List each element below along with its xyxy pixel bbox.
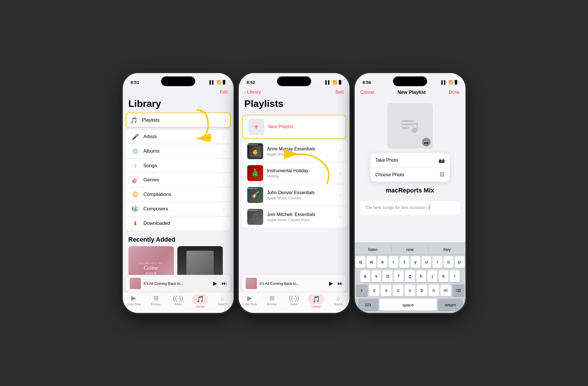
kb-shift[interactable]: ⇧: [356, 285, 368, 296]
kb-suggestion-they[interactable]: they: [429, 246, 465, 253]
choose-photo-icon: 🖼: [440, 172, 445, 178]
library-item-songs[interactable]: ♪ Songs ›: [126, 159, 230, 173]
edit-button[interactable]: Edit: [220, 90, 228, 95]
kb-o[interactable]: o: [444, 256, 453, 268]
phone-1: 8:51 ▌▌ 📶 ▉ Edit Library 🎵 Playlists ›: [123, 73, 234, 313]
kb-h[interactable]: h: [416, 270, 426, 282]
forward-button-2[interactable]: ⏭: [338, 281, 343, 287]
kb-123[interactable]: 123: [358, 299, 378, 311]
sort-button-2[interactable]: Sort: [335, 90, 344, 95]
compilations-icon: 📀: [132, 191, 140, 198]
tab-search-1[interactable]: ⌕ Search: [211, 294, 234, 306]
denver-thumb: ESSENTIALS 🎸: [247, 187, 263, 203]
play-button-1[interactable]: ▶: [213, 280, 217, 287]
kb-j[interactable]: j: [427, 270, 437, 282]
library-item-compilations[interactable]: 📀 Compilations ›: [126, 187, 230, 202]
downloaded-icon: ⬇: [132, 220, 140, 227]
tab-radio-2[interactable]: ((·)) Radio: [283, 294, 305, 306]
tab-search-2[interactable]: ⌕ Search: [327, 294, 350, 306]
kb-p[interactable]: p: [455, 256, 464, 268]
choose-photo-item[interactable]: Choose Photo 🖼: [370, 168, 450, 182]
status-time-3: 8:56: [363, 80, 371, 85]
cancel-button-3[interactable]: Cancel: [360, 90, 375, 95]
kb-c[interactable]: c: [393, 285, 403, 296]
browse-icon-1: ⊞: [153, 294, 159, 302]
tab-radio-1[interactable]: ((·)) Radio: [167, 294, 189, 306]
instrumental-thumb: 🎄: [247, 165, 263, 181]
kb-m[interactable]: m: [441, 285, 451, 296]
kb-l[interactable]: l: [450, 270, 460, 282]
play-button-2[interactable]: ▶: [329, 280, 333, 287]
library-item-genres[interactable]: 🎸 Genres ›: [126, 173, 230, 187]
kb-d[interactable]: d: [383, 270, 392, 282]
forward-button-1[interactable]: ⏭: [222, 281, 227, 287]
mini-player-2[interactable]: It's All Coming Back to... ▶ ⏭: [242, 275, 347, 292]
phone-3-screen: 8:56 ▌▌ 📶 ▉ Cancel New Playlist Done: [355, 73, 466, 313]
kb-a[interactable]: a: [360, 270, 370, 282]
kb-row-1: q w e r t y u i o p: [355, 256, 466, 268]
playlist-description[interactable]: The best songs for any occasion.: [360, 201, 460, 215]
kb-s[interactable]: s: [371, 270, 381, 282]
library-item-playlists[interactable]: 🎵 Playlists ›: [126, 113, 231, 128]
kb-z[interactable]: z: [369, 285, 380, 296]
kb-mic[interactable]: 🎙: [464, 299, 466, 311]
artists-label: Artists: [144, 134, 223, 140]
kb-e[interactable]: e: [378, 256, 387, 268]
kb-b[interactable]: b: [417, 285, 427, 296]
denver-info: John Denver Essentials Apple Music Count…: [267, 190, 340, 200]
tab-library-1[interactable]: 🎵 Library: [189, 294, 211, 308]
library-item-artists[interactable]: 🎤 Artists ›: [126, 129, 230, 144]
tab-listen-now-2[interactable]: ▶ Listen Now: [239, 294, 261, 306]
tab-browse-2[interactable]: ⊞ Browse: [261, 294, 283, 306]
library-item-composers[interactable]: 🎼 Composers ›: [126, 202, 230, 216]
tab-listen-now-1[interactable]: ▶ Listen Now: [123, 294, 145, 306]
kb-g[interactable]: g: [405, 270, 415, 282]
kb-i[interactable]: i: [433, 256, 442, 268]
browse-label-1: Browse: [151, 303, 161, 306]
kb-v[interactable]: v: [405, 285, 415, 296]
instrumental-info: Instrumental Holiday Holiday: [267, 168, 340, 178]
kb-suggestion-listen[interactable]: listen: [355, 246, 392, 253]
kb-emoji[interactable]: ☺: [355, 299, 356, 311]
kb-n[interactable]: n: [429, 285, 439, 296]
back-chevron-2: ‹: [244, 90, 246, 95]
playlist-item-denver[interactable]: ESSENTIALS 🎸 John Denver Essentials Appl…: [242, 184, 347, 206]
text-cursor: [429, 205, 429, 210]
tab-library-2[interactable]: 🎵 Library: [305, 294, 327, 308]
artwork-placeholder[interactable]: 📷: [387, 103, 433, 149]
kb-space[interactable]: space: [380, 299, 437, 311]
albums-label: Albums: [144, 148, 223, 154]
mini-thumb-2: [246, 278, 257, 289]
kb-x[interactable]: x: [381, 285, 391, 296]
playlist-item-joni[interactable]: ESSENTIALS 🎵 Joni Mitchell: Essentials A…: [242, 206, 347, 228]
kb-row-4: ☺ 123 space return 🎙: [355, 299, 466, 313]
denver-name: John Denver Essentials: [267, 190, 340, 195]
library-item-albums[interactable]: 💿 Albums ›: [126, 144, 230, 159]
kb-q[interactable]: q: [356, 256, 365, 268]
new-playlist-button[interactable]: + New Playlist...: [242, 115, 346, 139]
kb-f[interactable]: f: [394, 270, 404, 282]
mini-player-1[interactable]: It's All Coming Back to... ▶ ⏭: [126, 275, 231, 292]
kb-r[interactable]: r: [389, 256, 398, 268]
kb-u[interactable]: u: [422, 256, 431, 268]
playlists-header: ‹ Library Sort: [239, 87, 350, 97]
kb-k[interactable]: k: [439, 270, 448, 282]
status-icons-3: ▌▌ 📶 ▉: [441, 80, 457, 84]
kb-t[interactable]: t: [400, 256, 409, 268]
library-item-downloaded[interactable]: ⬇ Downloaded ›: [126, 216, 230, 231]
radio-label-2: Radio: [290, 303, 298, 306]
done-button-3[interactable]: Done: [449, 90, 460, 95]
back-button-2[interactable]: ‹ Library: [244, 90, 261, 95]
kb-y[interactable]: y: [411, 256, 420, 268]
kb-suggestion-now[interactable]: now: [392, 246, 429, 253]
mini-controls-2: ▶ ⏭: [329, 280, 343, 287]
take-photo-item[interactable]: Take Photo 📷: [370, 153, 450, 168]
camera-badge[interactable]: 📷: [422, 138, 431, 146]
playlist-item-instrumental[interactable]: 🎄 Instrumental Holiday Holiday ›: [242, 162, 347, 184]
tab-browse-1[interactable]: ⊞ Browse: [145, 294, 167, 306]
kb-w[interactable]: w: [367, 256, 376, 268]
playlist-item-anne[interactable]: ESSENTIALS ♫ 👩 Anne Murray Essentials Ap…: [242, 140, 347, 162]
kb-delete[interactable]: ⌫: [452, 285, 464, 296]
wifi-icon-2: 📶: [333, 80, 337, 84]
kb-return[interactable]: return: [438, 299, 463, 311]
